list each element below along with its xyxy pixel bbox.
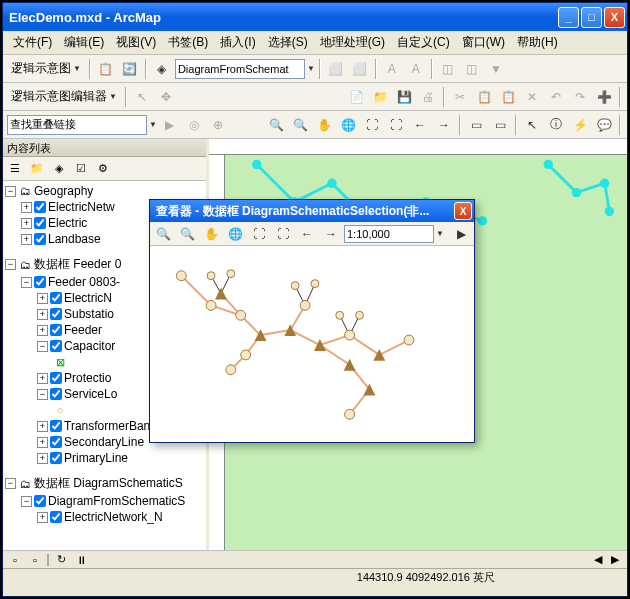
zoom-in-icon[interactable]: 🔍 <box>265 114 287 136</box>
copy-icon[interactable]: 📋 <box>473 86 495 108</box>
expand-toggle[interactable]: + <box>37 453 48 464</box>
new-icon[interactable]: 📄 <box>345 86 367 108</box>
layout-icon[interactable]: ⬜ <box>349 58 371 80</box>
expand-toggle[interactable]: + <box>21 234 32 245</box>
layout-view-icon[interactable]: ▫ <box>27 553 43 567</box>
fixed-zoomout-icon[interactable]: ⛶ <box>272 223 294 245</box>
layer-electricnetworkn[interactable]: ElectricNetwork_N <box>64 510 163 524</box>
layer-check[interactable] <box>34 276 46 288</box>
viewer-close-button[interactable]: X <box>454 202 472 220</box>
back-icon[interactable]: ← <box>296 223 318 245</box>
text-a2-icon[interactable]: A <box>405 58 427 80</box>
menu-windows[interactable]: 窗口(W) <box>456 32 511 53</box>
find-combo[interactable] <box>7 115 147 135</box>
viewer-window[interactable]: 查看器 - 数据框 DiagramSchematicSelection(非...… <box>149 199 475 443</box>
full-extent-icon[interactable]: 🌐 <box>224 223 246 245</box>
layer-secondaryline[interactable]: SecondaryLine <box>64 435 144 449</box>
menu-view[interactable]: 视图(V) <box>110 32 162 53</box>
forward-icon[interactable]: → <box>320 223 342 245</box>
zoom-out-icon[interactable]: 🔍 <box>176 223 198 245</box>
add-icon[interactable]: ➕ <box>593 86 615 108</box>
scroll-right-icon[interactable]: ▶ <box>607 553 623 567</box>
layer-check[interactable] <box>50 372 62 384</box>
maximize-button[interactable]: □ <box>581 7 602 28</box>
layer-diagramschematic[interactable]: DiagramFromSchematicS <box>48 494 185 508</box>
schematic-editor-label[interactable]: 逻辑示意图编辑器▼ <box>7 88 121 105</box>
layer-check[interactable] <box>50 452 62 464</box>
layer-primaryline[interactable]: PrimaryLine <box>64 451 128 465</box>
full-extent-icon[interactable]: 🌐 <box>337 114 359 136</box>
minimize-button[interactable]: _ <box>558 7 579 28</box>
expand-toggle[interactable]: + <box>37 421 48 432</box>
layer-check[interactable] <box>34 495 46 507</box>
list-visibility-icon[interactable]: ◈ <box>49 159 69 179</box>
layer-landbase[interactable]: Landbase <box>48 232 101 246</box>
html-popup-icon[interactable]: 💬 <box>593 114 615 136</box>
pointer-icon[interactable]: ↖ <box>521 114 543 136</box>
refresh-icon[interactable]: ↻ <box>53 553 69 567</box>
scroll-left-icon[interactable]: ◀ <box>590 553 606 567</box>
menu-help[interactable]: 帮助(H) <box>511 32 564 53</box>
layer-check[interactable] <box>50 308 62 320</box>
zoom-out-icon[interactable]: 🔍 <box>289 114 311 136</box>
chevron-down-icon[interactable]: ▼ <box>436 229 444 238</box>
layer-transformerbank[interactable]: TransformerBank <box>64 419 156 433</box>
print-icon[interactable]: 🖨 <box>417 86 439 108</box>
pause-icon[interactable]: ⏸ <box>73 553 89 567</box>
viewer-titlebar[interactable]: 查看器 - 数据框 DiagramSchematicSelection(非...… <box>150 200 474 222</box>
layer-check[interactable] <box>50 436 62 448</box>
redo-icon[interactable]: ↷ <box>569 86 591 108</box>
layer-electricnet[interactable]: ElectricNetw <box>48 200 115 214</box>
collapse-toggle[interactable]: − <box>37 341 48 352</box>
dropdown-icon[interactable]: ▼ <box>485 58 507 80</box>
list-selection-icon[interactable]: ☑ <box>71 159 91 179</box>
layer-check[interactable] <box>50 340 62 352</box>
menu-selection[interactable]: 选择(S) <box>262 32 314 53</box>
menu-customize[interactable]: 自定义(C) <box>391 32 456 53</box>
hyperlink-icon[interactable]: ⚡ <box>569 114 591 136</box>
layer-serviceloc[interactable]: ServiceLo <box>64 387 117 401</box>
back-icon[interactable]: ← <box>409 114 431 136</box>
network-icon[interactable]: ⊕ <box>207 114 229 136</box>
new-schematic-icon[interactable]: 📋 <box>95 58 117 80</box>
expand-toggle[interactable]: + <box>37 512 48 523</box>
text-a-icon[interactable]: A <box>381 58 403 80</box>
layer-substation[interactable]: Substatio <box>64 307 114 321</box>
chevron-down-icon[interactable]: ▼ <box>307 64 315 73</box>
select-features-icon[interactable]: ▭ <box>465 114 487 136</box>
layer-icon[interactable]: ◈ <box>151 58 173 80</box>
collapse-toggle[interactable]: − <box>21 496 32 507</box>
zoom-in-icon[interactable]: 🔍 <box>152 223 174 245</box>
layer-protection[interactable]: Protectio <box>64 371 111 385</box>
layer-check[interactable] <box>50 324 62 336</box>
layer-check[interactable] <box>50 511 62 523</box>
layer-electricn[interactable]: ElectricN <box>64 291 112 305</box>
expand-toggle[interactable]: + <box>21 218 32 229</box>
titlebar[interactable]: ElecDemo.mxd - ArcMap _ □ X <box>3 3 627 31</box>
expand-icon[interactable]: ◫ <box>461 58 483 80</box>
run-icon[interactable]: ▶ <box>159 114 181 136</box>
paste-icon[interactable]: 📋 <box>497 86 519 108</box>
dataframe-feeder[interactable]: 数据框 Feeder 0 <box>34 256 121 273</box>
go-icon[interactable]: ▶ <box>450 223 472 245</box>
layer-check[interactable] <box>34 217 46 229</box>
reduce-icon[interactable]: ◫ <box>437 58 459 80</box>
identify-icon[interactable]: ⓘ <box>545 114 567 136</box>
layer-check[interactable] <box>34 201 46 213</box>
propagate-icon[interactable]: ⬜ <box>325 58 347 80</box>
collapse-toggle[interactable]: − <box>5 186 16 197</box>
collapse-toggle[interactable]: − <box>5 478 16 489</box>
scale-combo[interactable] <box>344 225 434 243</box>
data-view-icon[interactable]: ▫ <box>7 553 23 567</box>
cut-icon[interactable]: ✂ <box>449 86 471 108</box>
collapse-toggle[interactable]: − <box>5 259 16 270</box>
dataframe-schematic[interactable]: 数据框 DiagramSchematicS <box>34 475 183 492</box>
close-button[interactable]: X <box>604 7 625 28</box>
target-icon[interactable]: ◎ <box>183 114 205 136</box>
update-schematic-icon[interactable]: 🔄 <box>119 58 141 80</box>
menu-edit[interactable]: 编辑(E) <box>58 32 110 53</box>
layer-feeder[interactable]: Feeder <box>64 323 102 337</box>
pan-icon[interactable]: ✋ <box>200 223 222 245</box>
expand-toggle[interactable]: + <box>37 437 48 448</box>
select-icon[interactable]: ↖ <box>131 86 153 108</box>
